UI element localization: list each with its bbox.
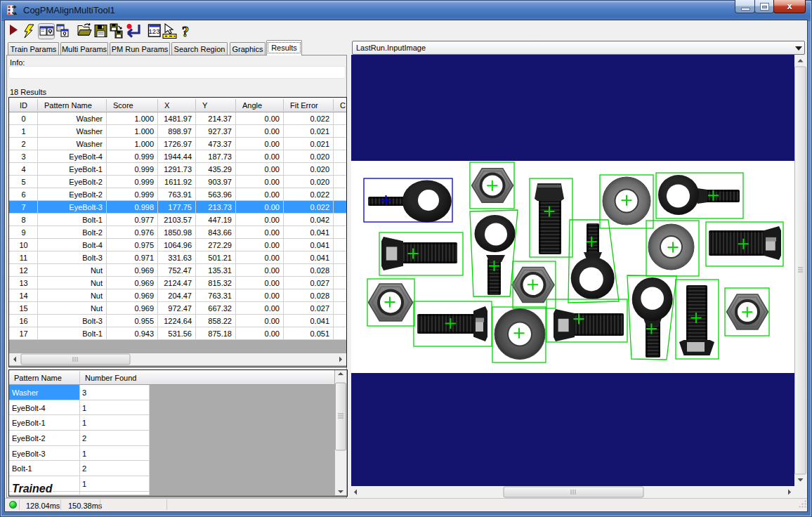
- svg-text:123: 123: [149, 27, 160, 35]
- svg-text:?: ?: [182, 24, 189, 39]
